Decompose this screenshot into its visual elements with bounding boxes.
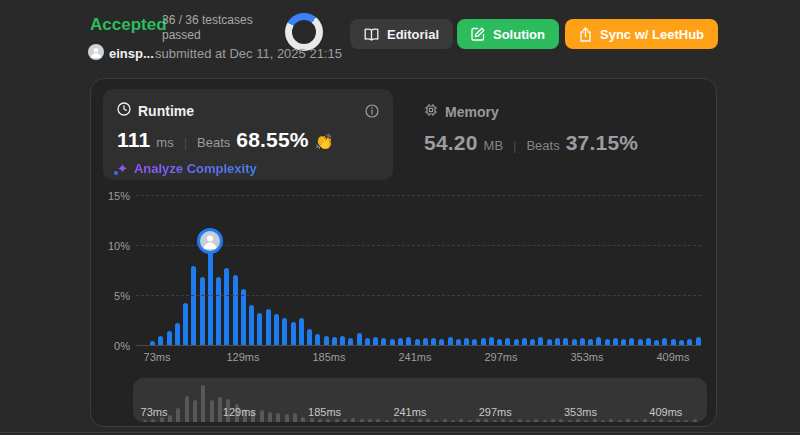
info-icon[interactable] bbox=[365, 104, 379, 118]
user-position-marker[interactable] bbox=[197, 228, 223, 254]
minimap-bar bbox=[376, 419, 380, 422]
runtime-unit: ms bbox=[156, 135, 173, 150]
divider: | bbox=[509, 138, 520, 153]
minimap-bar bbox=[501, 419, 505, 422]
runtime-bar[interactable] bbox=[307, 329, 312, 346]
minimap-bar bbox=[476, 419, 480, 422]
runtime-bar[interactable] bbox=[200, 277, 205, 346]
memory-value: 54.20 bbox=[424, 131, 478, 155]
person-icon bbox=[90, 46, 102, 58]
minimap-bar bbox=[676, 420, 680, 422]
minimap-tick-label: 241ms bbox=[393, 406, 426, 418]
minimap-bar bbox=[410, 420, 414, 422]
memory-title: Memory bbox=[445, 104, 499, 120]
y-axis-tick-label: 15% bbox=[96, 190, 130, 202]
minimap-bar bbox=[534, 419, 538, 422]
runtime-bar[interactable] bbox=[167, 331, 172, 346]
minimap-bar bbox=[659, 419, 663, 422]
bottom-divider bbox=[0, 432, 800, 433]
minimap-bar bbox=[601, 420, 605, 422]
minimap-bar bbox=[385, 420, 389, 422]
editorial-button-label: Editorial bbox=[387, 27, 439, 42]
y-axis-tick-label: 5% bbox=[96, 290, 130, 302]
runtime-title: Runtime bbox=[138, 103, 194, 119]
divider: | bbox=[180, 135, 191, 150]
analyze-complexity-link[interactable]: ✦ Analyze Complexity bbox=[117, 161, 257, 176]
runtime-bar[interactable] bbox=[175, 323, 180, 346]
minimap-bar bbox=[643, 419, 647, 422]
runtime-bar[interactable] bbox=[224, 268, 229, 346]
solution-button-label: Solution bbox=[493, 27, 545, 42]
minimap-bar bbox=[393, 419, 397, 422]
y-axis-tick-label: 10% bbox=[96, 240, 130, 252]
runtime-bar[interactable] bbox=[233, 275, 238, 346]
x-axis-labels: 73ms129ms185ms241ms297ms353ms409ms bbox=[136, 351, 701, 367]
x-axis-tick-label: 241ms bbox=[398, 351, 431, 363]
sparkle-icon: ✦ bbox=[117, 161, 128, 176]
minimap-bar bbox=[143, 420, 147, 422]
runtime-beats-value: 68.55% bbox=[236, 128, 308, 152]
testcases-passed-text: 36 / 36 testcases passed bbox=[162, 13, 274, 43]
minimap-bar bbox=[568, 420, 572, 422]
minimap-bar bbox=[451, 420, 455, 422]
minimap-bar bbox=[318, 419, 322, 422]
minimap-bar bbox=[368, 419, 372, 422]
memory-unit: MB bbox=[484, 138, 504, 153]
minimap-bar bbox=[609, 419, 613, 422]
runtime-bar[interactable] bbox=[266, 309, 271, 346]
minimap-bar bbox=[693, 419, 697, 422]
minimap-bar bbox=[484, 419, 488, 422]
memory-beats-label: Beats bbox=[526, 138, 559, 153]
minimap-tick-label: 129ms bbox=[223, 406, 256, 418]
solution-button[interactable]: Solution bbox=[457, 19, 559, 49]
minimap-bar bbox=[426, 419, 430, 422]
minimap-tick-label: 297ms bbox=[479, 406, 512, 418]
minimap-bar bbox=[576, 419, 580, 422]
runtime-bar[interactable] bbox=[274, 314, 279, 346]
runtime-card[interactable]: Runtime 111 ms | Beats 68.55% 👏 ✦ Analyz… bbox=[103, 89, 393, 180]
minimap-bar bbox=[401, 419, 405, 422]
minimap-bar bbox=[559, 419, 563, 422]
runtime-bar[interactable] bbox=[241, 289, 246, 346]
x-axis-tick-label: 353ms bbox=[570, 351, 603, 363]
gridline bbox=[136, 295, 701, 296]
memory-beats-value: 37.15% bbox=[566, 131, 638, 155]
x-axis-tick-label: 409ms bbox=[656, 351, 689, 363]
avatar[interactable] bbox=[88, 44, 104, 60]
minimap-bar bbox=[418, 419, 422, 422]
runtime-bar[interactable] bbox=[257, 313, 262, 346]
submitted-timestamp: submitted at Dec 11, 2025 21:15 bbox=[155, 46, 342, 61]
sync-leethub-button-label: Sync w/ LeetHub bbox=[600, 27, 704, 42]
runtime-bar[interactable] bbox=[216, 277, 221, 346]
gridline bbox=[136, 345, 701, 346]
minimap-bar bbox=[151, 419, 155, 422]
minimap-tick-label: 73ms bbox=[141, 406, 168, 418]
x-axis-tick-label: 297ms bbox=[484, 351, 517, 363]
minimap-bar bbox=[434, 420, 438, 422]
minimap-bar bbox=[518, 419, 522, 422]
analyze-complexity-label: Analyze Complexity bbox=[134, 161, 257, 176]
editorial-button[interactable]: Editorial bbox=[350, 19, 453, 49]
chart-minimap-brush[interactable]: 73ms129ms185ms241ms297ms353ms409ms bbox=[133, 378, 707, 422]
minimap-bar bbox=[684, 420, 688, 422]
minimap-bar bbox=[493, 420, 497, 422]
sync-leethub-button[interactable]: Sync w/ LeetHub bbox=[565, 19, 718, 49]
minimap-bar bbox=[326, 419, 330, 422]
minimap-tick-label: 353ms bbox=[564, 406, 597, 418]
runtime-bar[interactable] bbox=[299, 318, 304, 346]
chip-icon bbox=[424, 103, 438, 120]
x-axis-tick-label: 129ms bbox=[226, 351, 259, 363]
runtime-bar[interactable] bbox=[249, 305, 254, 346]
runtime-bar[interactable] bbox=[282, 318, 287, 346]
minimap-bar bbox=[343, 419, 347, 422]
runtime-bar[interactable] bbox=[183, 303, 188, 346]
username[interactable]: einsp... bbox=[109, 46, 154, 61]
runtime-bar[interactable] bbox=[291, 322, 296, 346]
edit-icon bbox=[471, 27, 485, 41]
clap-icon: 👏 bbox=[315, 133, 334, 151]
minimap-bar bbox=[459, 419, 463, 422]
memory-card[interactable]: Memory 54.20 MB | Beats 37.15% bbox=[424, 103, 638, 155]
minimap-bar bbox=[526, 420, 530, 422]
book-icon bbox=[364, 28, 379, 41]
runtime-bar[interactable] bbox=[191, 266, 196, 346]
